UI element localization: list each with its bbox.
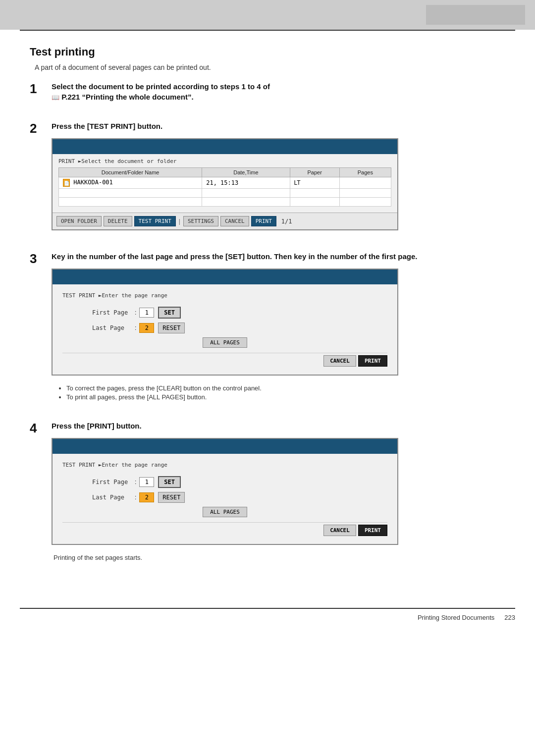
screen-3-header [53, 439, 397, 454]
step-1: 1 Select the document to be printed acco… [30, 81, 505, 109]
step-1-number: 1 [30, 81, 48, 97]
doc-name-cell: 📄 HAKKODA-001 [59, 177, 202, 189]
col-header-date: Date,Time [202, 168, 290, 177]
step-1-content: Select the document to be printed accord… [52, 81, 505, 109]
last-page-input[interactable] [139, 323, 154, 333]
step-2-text: Press the [TEST PRINT] button. [52, 121, 505, 131]
reset-button-screen3[interactable]: RESET [158, 492, 185, 503]
screen-1-toolbar: OPEN FOLDER DELETE TEST PRINT | SETTINGS… [53, 213, 397, 229]
last-page-label: Last Page [92, 324, 132, 331]
cancel-print-row: CANCEL PRINT [62, 353, 387, 367]
cancel-button-screen1[interactable]: CANCEL [220, 216, 249, 226]
table-row-document[interactable]: 📄 HAKKODA-001 21, 15:13 LT 12 [59, 177, 391, 189]
main-content: Test printing A part of a document of se… [0, 31, 535, 593]
last-page-row: Last Page : RESET [92, 323, 387, 333]
doc-date-cell: 21, 15:13 [202, 177, 290, 189]
screen-2-body: TEST PRINT ►Enter the page range First P… [53, 284, 397, 375]
step-3-number: 3 [30, 251, 48, 267]
footer: Printing Stored Documents 223 [0, 614, 535, 621]
screen-1-header [53, 139, 397, 154]
col-header-name: Document/Folder Name [59, 168, 202, 177]
first-page-input-s3[interactable] [139, 477, 154, 487]
bullet-note-1: To correct the pages, press the [CLEAR] … [66, 384, 505, 392]
doc-icon: 📄 [63, 179, 70, 187]
page-info: 1/1 [281, 218, 292, 225]
step-4-number: 4 [30, 421, 48, 436]
last-page-input-s3[interactable] [139, 492, 154, 502]
first-page-label-s3: First Page [92, 479, 132, 486]
step-3: 3 Key in the number of the last page and… [30, 251, 505, 409]
first-page-row: First Page : SET [92, 307, 387, 319]
first-page-input[interactable] [139, 308, 154, 318]
step-1-text: Select the document to be printed accord… [52, 81, 505, 102]
last-page-label-s3: Last Page [92, 494, 132, 501]
open-folder-button[interactable]: OPEN FOLDER [56, 216, 102, 226]
test-print-button[interactable]: TEST PRINT [134, 216, 176, 226]
all-pages-button-s3[interactable]: ALL PAGES [203, 507, 247, 517]
bullet-note-2: To print all pages, press the [ALL PAGES… [66, 393, 505, 401]
step-3-text: Key in the number of the last page and p… [52, 251, 505, 262]
col-header-pages: Pages [339, 168, 391, 177]
separator: | [179, 218, 180, 225]
step-2-number: 2 [30, 121, 48, 136]
all-pages-row: ALL PAGES [62, 337, 387, 348]
printing-note: Printing of the set pages starts. [54, 554, 505, 561]
footer-text: Printing Stored Documents [418, 614, 494, 621]
step-4: 4 Press the [PRINT] button. TEST PRINT ►… [30, 421, 505, 561]
doc-paper-cell: LT [290, 177, 339, 189]
footer-page-number: 223 [504, 614, 515, 621]
cancel-button-screen3[interactable]: CANCEL [323, 525, 356, 536]
screen-3: TEST PRINT ►Enter the page range First P… [52, 438, 398, 545]
all-pages-button[interactable]: ALL PAGES [203, 337, 247, 348]
step-4-content: Press the [PRINT] button. TEST PRINT ►En… [52, 421, 505, 561]
bottom-rule [20, 608, 515, 609]
bullet-notes: To correct the pages, press the [CLEAR] … [66, 384, 505, 401]
step-3-content: Key in the number of the last page and p… [52, 251, 505, 409]
screen-1-breadcrumb: PRINT ►Select the document or folder [58, 158, 391, 164]
all-pages-row-s3: ALL PAGES [62, 507, 387, 517]
screen-3-breadcrumb: TEST PRINT ►Enter the page range [62, 462, 387, 468]
doc-name: HAKKODA-001 [73, 179, 112, 186]
last-page-row-s3: Last Page : RESET [92, 492, 387, 503]
last-page-colon-s3: : [135, 494, 136, 501]
step-4-text: Press the [PRINT] button. [52, 421, 505, 431]
first-page-colon-s3: : [135, 479, 136, 486]
doc-pages-cell: 12 [339, 177, 391, 189]
book-icon: 📖 [52, 94, 59, 101]
reset-button-screen2[interactable]: RESET [158, 323, 185, 333]
set-button-screen2[interactable]: SET [158, 307, 181, 319]
table-row-empty-2 [59, 198, 391, 207]
screen-3-body: TEST PRINT ►Enter the page range First P… [53, 454, 397, 544]
cancel-button-screen2[interactable]: CANCEL [323, 355, 356, 367]
delete-button[interactable]: DELETE [104, 216, 132, 226]
step-2: 2 Press the [TEST PRINT] button. PRINT ►… [30, 121, 505, 239]
settings-button[interactable]: SETTINGS [183, 216, 218, 226]
first-page-colon: : [135, 309, 136, 316]
screen-2: TEST PRINT ►Enter the page range First P… [52, 269, 398, 376]
screen-1: PRINT ►Select the document or folder Doc… [52, 138, 398, 230]
screen-1-body: PRINT ►Select the document or folder Doc… [53, 154, 397, 213]
page-title: Test printing [30, 46, 505, 58]
print-button-screen3[interactable]: PRINT [358, 525, 387, 536]
col-header-paper: Paper [290, 168, 339, 177]
top-bar-rect [426, 5, 525, 25]
screen-1-table: Document/Folder Name Date,Time Paper Pag… [58, 167, 391, 207]
table-row-empty-1 [59, 189, 391, 198]
print-button-screen1[interactable]: PRINT [251, 216, 276, 226]
set-button-screen3[interactable]: SET [158, 476, 181, 488]
first-page-label: First Page [92, 309, 132, 316]
screen-2-breadcrumb: TEST PRINT ►Enter the page range [62, 292, 387, 299]
print-button-screen2[interactable]: PRINT [358, 355, 387, 367]
screen-2-header [53, 270, 397, 284]
cancel-print-row-s3: CANCEL PRINT [62, 522, 387, 536]
last-page-colon: : [135, 324, 136, 331]
top-bar [0, 0, 535, 30]
step-2-content: Press the [TEST PRINT] button. PRINT ►Se… [52, 121, 505, 239]
intro-text: A part of a document of several pages ca… [35, 63, 505, 71]
first-page-row-s3: First Page : SET [92, 476, 387, 488]
